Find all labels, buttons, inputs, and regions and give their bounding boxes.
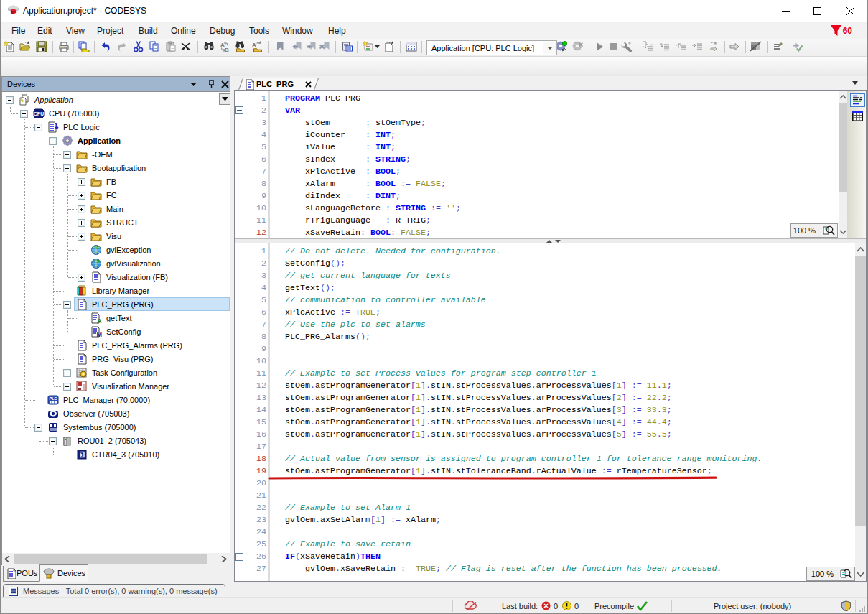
- svg-text:A: A: [252, 42, 256, 48]
- svg-text:B: B: [225, 47, 229, 52]
